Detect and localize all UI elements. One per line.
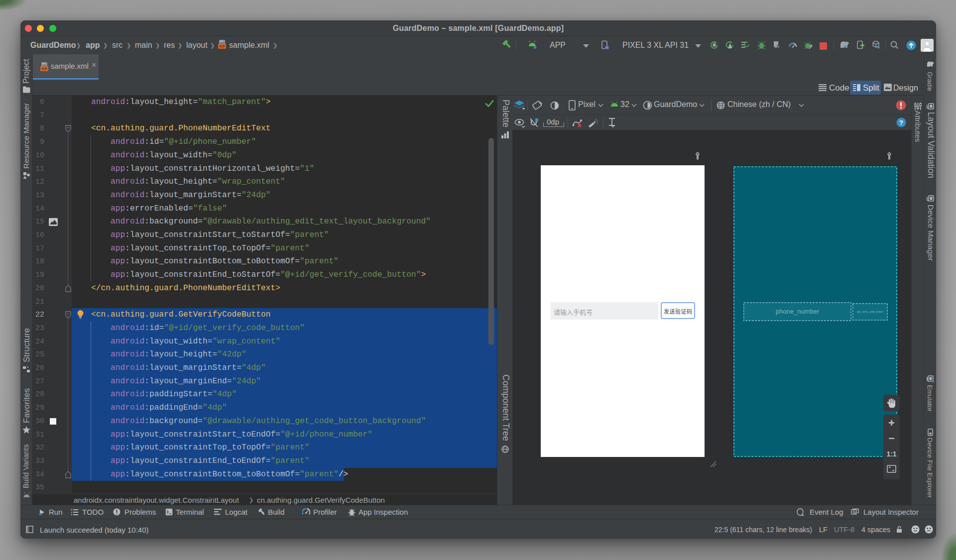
svg-text:<>: <>: [220, 44, 225, 49]
svg-text:?: ?: [899, 119, 903, 126]
svg-text:<>: <>: [42, 67, 47, 72]
svg-text:A: A: [728, 44, 731, 49]
